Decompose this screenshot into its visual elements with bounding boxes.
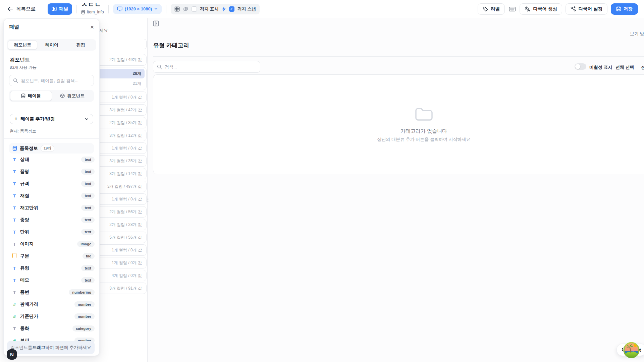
- inactive-toggle[interactable]: [575, 63, 586, 70]
- mode-table-label: 테이블: [28, 93, 41, 99]
- folder-icon: [415, 107, 433, 121]
- field-row[interactable]: 판매가격 number: [12, 298, 95, 310]
- grid-show-label: 격자 표시: [200, 6, 219, 12]
- island-avatar[interactable]: [623, 342, 640, 358]
- field-name: 판매가격: [20, 301, 38, 307]
- empty-state: 카테고리가 없습니다 상단의 대분류 추가 버튼을 클릭하여 시작하세요: [153, 74, 644, 174]
- field-row[interactable]: 상태 text: [12, 154, 95, 166]
- hash-icon: [12, 314, 17, 319]
- table-card-badge: 4개 컬럼 / 0개 값: [112, 273, 142, 279]
- resolution-dropdown[interactable]: (644 × 362): [113, 4, 162, 14]
- keyboard-shortcuts-button[interactable]: [508, 6, 516, 12]
- drag-hint-bar: 컴포넌트를 드래그하여 화면에 추가하세요: [7, 341, 95, 354]
- label-button[interactable]: 라벨: [478, 3, 505, 15]
- field-type-badge: text: [81, 181, 95, 187]
- database-icon: [21, 94, 25, 98]
- database-icon: [81, 10, 85, 14]
- chevron-down-icon: [154, 8, 158, 10]
- box-icon: [60, 94, 65, 98]
- panel-search-field: [9, 75, 94, 86]
- canvas-area: 보기 방식 유형 카테고리 비활성 표시 전체 선택 전 카테고리가 없습니다 …: [148, 18, 644, 362]
- components-panel: 패널 × 컴포넌트 레이어 편집 컴포넌트 83개 사용 가능 테이블 컴포넌트: [3, 18, 100, 356]
- grid-snap-label: 격자 스냅: [237, 6, 256, 12]
- eye-off-icon[interactable]: [183, 6, 189, 12]
- sidebar-resize-handle[interactable]: [146, 196, 150, 203]
- field-type-badge: image: [77, 241, 95, 247]
- tag-icon: [483, 6, 488, 12]
- panel-search-input[interactable]: [21, 78, 90, 83]
- grid-icon[interactable]: [174, 6, 180, 12]
- i18n-settings-button[interactable]: 다국어 설정: [566, 3, 607, 15]
- close-icon[interactable]: ×: [90, 24, 94, 30]
- table-reference-label: item_info: [87, 10, 104, 14]
- tab-components[interactable]: 컴포넌트: [8, 40, 37, 50]
- file-icon: [12, 253, 17, 259]
- app-logo-badge[interactable]: N: [7, 349, 17, 360]
- i18n-generate-button[interactable]: 다국어 생성: [520, 3, 562, 15]
- field-row[interactable]: 메모 text: [12, 274, 95, 286]
- field-row[interactable]: 통화 category: [12, 322, 95, 335]
- view-mode-label[interactable]: 보기 방식: [630, 31, 644, 37]
- mode-component-button[interactable]: 컴포넌트: [52, 91, 93, 101]
- panel-mode-segment: 테이블 컴포넌트: [9, 90, 94, 102]
- top-toolbar: 목록으로 패널 ㅅㄷㄴ item_info (644 × 362) 격자 표…: [0, 0, 644, 18]
- mode-component-label: 컴포넌트: [67, 93, 85, 99]
- truncated-action-label[interactable]: 전: [641, 64, 644, 70]
- separator: [43, 5, 43, 13]
- add-table-dropdown[interactable]: + 테이블 추가/변경: [10, 114, 93, 124]
- grid-show-checkbox[interactable]: [192, 6, 197, 12]
- toggle-knob: [575, 64, 580, 69]
- empty-state-title: 카테고리가 없습니다: [400, 128, 447, 134]
- select-all-button[interactable]: 전체 선택: [615, 64, 634, 70]
- panel-tabs: 컴포넌트 레이어 편집: [7, 39, 96, 51]
- collapse-sidebar-button[interactable]: [153, 19, 161, 27]
- arrow-left-icon: [7, 6, 13, 12]
- table-card-badge: 3개 컬럼 / 91개 값: [109, 286, 142, 291]
- table-card-badge: 1개 컬럼 / 0개 값: [112, 247, 142, 253]
- table-card-badge: 1개 컬럼 / 0개 값: [112, 260, 142, 266]
- field-name: 단위: [20, 229, 29, 235]
- page-title: ㅅㄷㄴ: [81, 1, 101, 8]
- snap-lightning-icon: [222, 6, 226, 12]
- tab-layers[interactable]: 레이어: [37, 40, 66, 50]
- table-card-badge: 2개 컬럼 / 28개 값: [109, 222, 142, 228]
- field-row[interactable]: 규격 text: [12, 178, 95, 190]
- field-row[interactable]: 단위 text: [12, 226, 95, 238]
- field-name: 재질: [20, 193, 29, 199]
- field-row[interactable]: 구분 file: [12, 250, 95, 262]
- field-type-badge: text: [81, 217, 95, 223]
- field-row[interactable]: 재질 text: [12, 190, 95, 202]
- panel-left-icon: [52, 6, 57, 11]
- table-card-badge: 3개 컬럼 / 35개 값: [109, 158, 142, 164]
- grid-snap-checkbox[interactable]: ✓: [229, 6, 234, 12]
- field-type-badge: text: [81, 265, 95, 271]
- monitor-icon: [117, 6, 122, 11]
- components-section-header: 컴포넌트 83개 사용 가능: [10, 57, 93, 70]
- save-button[interactable]: 저장: [611, 3, 638, 15]
- field-row[interactable]: 이미지 image: [12, 238, 95, 250]
- database-icon: [12, 146, 17, 151]
- field-row[interactable]: 중량 text: [12, 214, 95, 226]
- mode-table-button[interactable]: 테이블: [10, 91, 52, 101]
- category-search-input[interactable]: [165, 64, 256, 69]
- link-settings-icon: [571, 6, 576, 12]
- resolution-value: (644 × 362): [125, 6, 152, 11]
- panel-toggle-button[interactable]: 패널: [48, 3, 72, 15]
- back-to-list-button[interactable]: 목록으로: [7, 6, 36, 12]
- table-header-row[interactable]: 품목정보 19개: [9, 143, 94, 154]
- label-button-text: 라벨: [491, 6, 500, 12]
- panel-collapse-icon: [153, 20, 159, 26]
- field-row[interactable]: 품번 numbering: [12, 286, 95, 298]
- field-name: 구분: [20, 253, 29, 259]
- t-blue-icon: [12, 230, 17, 235]
- field-row[interactable]: 기준단가 number: [12, 310, 95, 322]
- inactive-toggle-label: 비활성 표시: [589, 64, 612, 70]
- table-card-badge: 3개 컬럼 / 42개 값: [109, 107, 142, 113]
- field-row[interactable]: 재고단위 text: [12, 202, 95, 214]
- section-title: 컴포넌트: [10, 57, 93, 63]
- field-row[interactable]: 유형 text: [12, 262, 95, 274]
- field-row[interactable]: 품명 text: [12, 166, 95, 178]
- field-name: 통화: [20, 325, 29, 331]
- tab-edit[interactable]: 편집: [66, 40, 95, 50]
- t-blue-icon: [12, 157, 17, 162]
